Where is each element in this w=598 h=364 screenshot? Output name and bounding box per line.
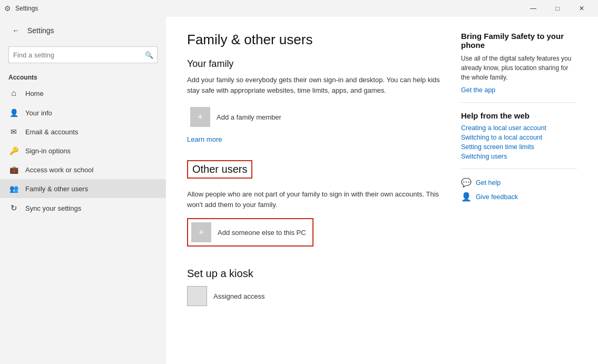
titlebar-title: Settings [15,5,521,12]
help-from-web-title: Help from the web [461,111,577,120]
person-icon: 👤 [8,109,19,117]
titlebar: ⚙ Settings — □ ✕ [0,0,598,17]
sidebar-item-your-info-label: Your info [25,109,52,117]
close-button[interactable]: ✕ [570,0,594,17]
search-icon: 🔍 [145,51,153,59]
get-app-link[interactable]: Get the app [461,86,577,94]
sidebar-item-email-accounts[interactable]: ✉ Email & accounts [0,122,166,141]
sidebar-item-family-users[interactable]: 👥 Family & other users [0,179,166,198]
app-body: ← Settings 🔍 Accounts ⌂ Home 👤 Your info… [0,17,598,364]
add-someone-plus-icon: + [191,222,211,242]
sidebar-item-sign-in-label: Sign-in options [25,147,71,155]
assigned-access-toggle-box [187,286,207,306]
add-family-member-button[interactable]: + Add a family member [187,104,288,130]
page-title: Family & other users [187,32,440,48]
your-family-desc: Add your family so everybody gets their … [187,75,440,95]
bring-family-title: Bring Family Safety to your phone [461,32,577,50]
get-help-item: 💬 Get help [461,178,577,188]
email-icon: ✉ [8,127,19,136]
main-left: Family & other users Your family Add you… [187,32,440,349]
sidebar-app-title: Settings [27,26,54,35]
settings-icon: ⚙ [4,4,11,13]
sidebar-item-family-users-label: Family & other users [25,185,88,193]
add-someone-label: Add someone else to this PC [218,229,306,237]
sidebar-item-access-work-label: Access work or school [25,166,93,174]
your-family-heading: Your family [187,58,440,70]
sidebar-item-home-label: Home [25,90,44,97]
main-content: Family & other users Your family Add you… [166,17,598,364]
divider-2 [461,169,577,169]
home-icon: ⌂ [8,88,19,98]
titlebar-controls: — □ ✕ [521,0,594,17]
sidebar-item-home[interactable]: ⌂ Home [0,83,166,103]
link-switching-users[interactable]: Switching users [461,153,577,160]
link-screen-time-limits[interactable]: Setting screen time limits [461,143,577,151]
main-right: Bring Family Safety to your phone Use al… [461,32,577,349]
link-switching-local-account[interactable]: Switching to a local account [461,134,577,141]
sidebar: ← Settings 🔍 Accounts ⌂ Home 👤 Your info… [0,17,166,364]
sidebar-item-your-info[interactable]: 👤 Your info [0,103,166,122]
search-input[interactable] [8,46,158,63]
divider-1 [461,102,577,103]
maximize-button[interactable]: □ [545,0,570,17]
key-icon: 🔑 [8,146,19,155]
group-icon: 👥 [8,184,19,193]
minimize-button[interactable]: — [521,0,545,17]
feedback-icon: 👤 [461,192,472,202]
sidebar-top: ← Settings [0,17,166,44]
bring-family-desc: Use all of the digital safety features y… [461,54,577,82]
sidebar-item-email-accounts-label: Email & accounts [25,128,78,136]
other-users-desc: Allow people who are not part of your fa… [187,189,440,210]
briefcase-icon: 💼 [8,165,19,174]
back-button[interactable]: ← [8,23,23,38]
search-box: 🔍 [8,46,158,63]
sidebar-item-sync-settings[interactable]: ↻ Sync your settings [0,198,166,218]
other-users-heading: Other users [187,160,252,179]
kiosk-heading: Set up a kiosk [187,268,440,280]
sidebar-item-access-work[interactable]: 💼 Access work or school [0,160,166,179]
sidebar-item-sign-in-options[interactable]: 🔑 Sign-in options [0,141,166,160]
add-family-plus-icon: + [190,107,210,127]
kiosk-section: Set up a kiosk Assigned access [187,268,440,306]
learn-more-link[interactable]: Learn more [187,135,222,143]
assigned-access-label: Assigned access [213,292,265,300]
link-creating-local-account[interactable]: Creating a local user account [461,124,577,132]
get-help-link[interactable]: Get help [476,179,501,186]
sync-icon: ↻ [8,203,19,213]
assigned-access-row: Assigned access [187,286,440,306]
accounts-section-label: Accounts [0,67,166,83]
get-help-icon: 💬 [461,178,472,188]
sidebar-item-sync-label: Sync your settings [25,204,81,212]
give-feedback-item: 👤 Give feedback [461,192,577,202]
add-someone-button[interactable]: + Add someone else to this PC [187,218,313,247]
add-family-member-label: Add a family member [217,113,281,121]
give-feedback-link[interactable]: Give feedback [476,193,518,201]
